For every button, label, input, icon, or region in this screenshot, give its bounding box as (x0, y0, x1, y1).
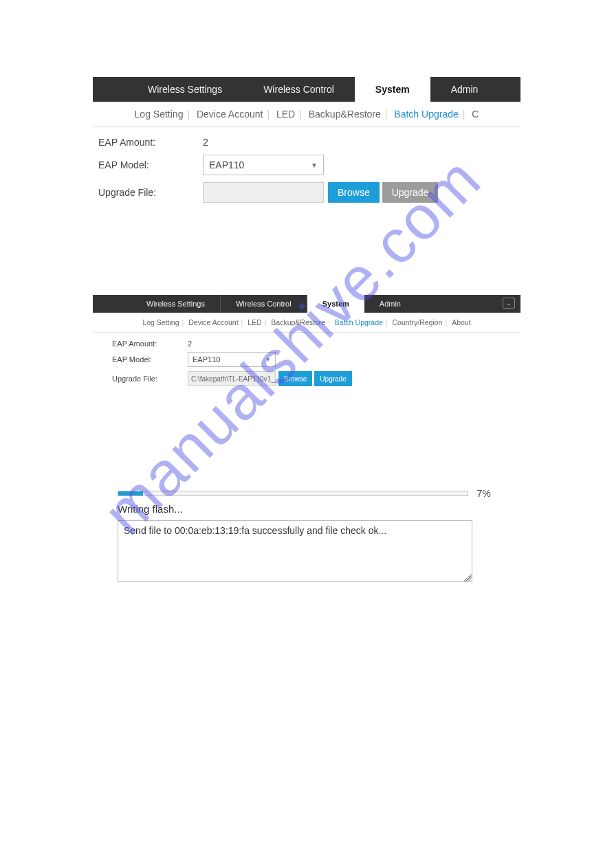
upgrade-file-input[interactable] (203, 182, 324, 203)
eap-model-dropdown-2[interactable]: EAP110 ▼ (188, 352, 276, 367)
subtab-device-account-2[interactable]: Device Account (186, 318, 241, 326)
progress-percent: 7% (476, 488, 490, 499)
caret-down-icon: ▼ (265, 357, 271, 363)
eap-model-selected: EAP110 (209, 159, 244, 170)
main-nav-1: Wireless Settings Wireless Control Syste… (93, 77, 520, 102)
subtab-batch-upgrade-2[interactable]: Batch Upgrade (332, 318, 386, 326)
expand-button[interactable]: ⌄ (503, 298, 515, 309)
batch-upgrade-form-1: EAP Amount: 2 EAP Model: EAP110 ▼ Upgrad… (93, 127, 520, 219)
progress-status-text: Writing flash... (118, 503, 496, 515)
separator: | (386, 318, 388, 326)
subtab-truncated[interactable]: C (468, 109, 483, 120)
subtab-log-setting-2[interactable]: Log Setting (140, 318, 182, 326)
upgrade-progress-panel: 7% Writing flash... Send file to 00:0a:e… (93, 487, 520, 582)
eap-model-dropdown[interactable]: EAP110 ▼ (203, 155, 324, 175)
subtab-led[interactable]: LED (272, 109, 299, 120)
progress-log-box[interactable]: Send file to 00:0a:eb:13:19:fa successfu… (118, 520, 472, 582)
caret-down-icon: ▼ (311, 162, 318, 169)
eap-amount-value-2: 2 (188, 340, 192, 348)
eap-model-label: EAP Model: (98, 159, 203, 170)
eap-model-selected-2: EAP110 (193, 355, 220, 364)
tab-system[interactable]: System (355, 77, 430, 102)
eap-amount-label-2: EAP Amount: (112, 340, 188, 348)
main-nav-2: Wireless Settings Wireless Control Syste… (93, 295, 520, 313)
browse-button-2[interactable]: Browse (278, 371, 312, 386)
tab-admin[interactable]: Admin (430, 77, 499, 102)
progress-bar-fill (118, 491, 143, 496)
separator: | (299, 109, 302, 120)
tab-wireless-control[interactable]: Wireless Control (243, 77, 355, 102)
upgrade-button-2[interactable]: Upgrade (314, 371, 351, 386)
subtab-about[interactable]: About (449, 318, 473, 326)
separator: | (445, 318, 447, 326)
separator: | (328, 318, 330, 326)
subtab-batch-upgrade[interactable]: Batch Upgrade (390, 109, 462, 120)
tab-wireless-settings-2[interactable]: Wireless Settings (93, 295, 221, 313)
separator: | (267, 109, 270, 120)
eap-amount-label: EAP Amount: (98, 137, 203, 148)
screenshot1: Wireless Settings Wireless Control Syste… (93, 77, 520, 219)
upgrade-file-input-2[interactable]: C:\fakepath\TL-EAP110v1_ (188, 371, 276, 386)
subtab-led-2[interactable]: LED (245, 318, 264, 326)
upgrade-file-label-2: Upgrade File: (112, 375, 188, 383)
tab-system-2[interactable]: System (307, 295, 364, 313)
batch-upgrade-form-2: EAP Amount: 2 EAP Model: EAP110 ▼ Upgrad… (93, 333, 520, 397)
separator: | (182, 318, 184, 326)
separator: | (265, 318, 267, 326)
browse-button[interactable]: Browse (328, 182, 380, 203)
separator: | (385, 109, 388, 120)
sub-nav-1: Log Setting| Device Account| LED| Backup… (93, 102, 520, 127)
progress-bar (118, 491, 468, 496)
tab-admin-2[interactable]: Admin (364, 295, 416, 313)
subtab-country-region[interactable]: Country/Region (390, 318, 446, 326)
subtab-device-account[interactable]: Device Account (193, 109, 267, 120)
upgrade-button[interactable]: Upgrade (382, 182, 439, 203)
eap-model-label-2: EAP Model: (112, 355, 188, 364)
subtab-log-setting[interactable]: Log Setting (131, 109, 188, 120)
sub-nav-2: Log Setting| Device Account| LED| Backup… (93, 313, 520, 333)
upgrade-file-label: Upgrade File: (98, 187, 203, 198)
separator: | (187, 109, 190, 120)
subtab-backup-restore-2[interactable]: Backup&Restore (268, 318, 328, 326)
screenshot2: Wireless Settings Wireless Control Syste… (93, 295, 520, 582)
tab-wireless-settings[interactable]: Wireless Settings (93, 77, 243, 102)
separator: | (241, 318, 243, 326)
tab-wireless-control-2[interactable]: Wireless Control (221, 295, 307, 313)
eap-amount-value: 2 (203, 137, 208, 148)
separator: | (463, 109, 465, 120)
subtab-backup-restore[interactable]: Backup&Restore (305, 109, 385, 120)
chevron-down-icon: ⌄ (506, 300, 512, 307)
